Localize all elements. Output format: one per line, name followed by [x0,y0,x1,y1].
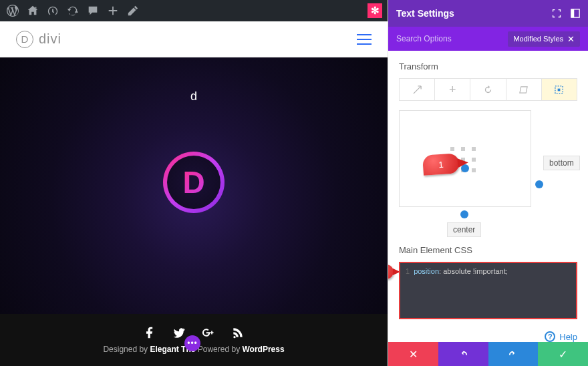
save-button[interactable]: ✓ [538,342,588,366]
home-icon[interactable] [23,0,43,21]
panel-body: Transform + center bottom 1 Main Element… [388,51,588,322]
search-bar: Search Options Modified Styles ✕ [388,27,588,51]
panel-header: Text Settings [388,0,588,27]
css-line: 1position: absolute !important; [406,267,571,275]
filter-chip-close-icon[interactable]: ✕ [567,34,575,44]
gauge-icon[interactable] [43,0,63,21]
wp-logo-icon[interactable] [3,0,23,21]
divi-badge-letter: D [182,164,204,200]
svg-rect-3 [558,88,561,91]
refresh-icon[interactable] [63,0,83,21]
transform-origin-control[interactable]: center bottom 1 [399,110,577,237]
help-icon: ? [545,331,555,342]
origin-slider-v-thumb[interactable] [535,180,543,188]
help-link[interactable]: ? Help [388,322,588,342]
builder-toggle-button[interactable]: ••• [184,335,200,351]
transform-tab-skew[interactable] [506,79,542,100]
annotation-pointer-1: 1 [422,153,460,176]
panel-title: Text Settings [396,8,454,19]
site-header: D divi [0,21,388,57]
transform-tab-rotate[interactable] [470,79,506,100]
expand-icon[interactable] [571,9,580,18]
annotation-pointer-2: 2 [388,264,394,279]
preview-text: d [190,89,197,104]
origin-label-center: center [447,222,481,237]
css-label: Main Element CSS [399,245,577,255]
logo-text: divi [39,31,61,47]
origin-slider-h-thumb[interactable] [460,210,468,218]
logo-circle: D [16,31,33,48]
filter-chip[interactable]: Modified Styles ✕ [508,31,580,47]
google-plus-icon[interactable] [202,326,215,339]
pencil-icon[interactable] [123,0,143,21]
site-logo[interactable]: D divi [16,31,61,48]
rss-icon[interactable] [231,326,245,339]
divi-badge: D [163,152,225,213]
transform-tab-move[interactable] [400,79,435,100]
origin-label-bottom: bottom [543,156,580,170]
wp-admin-bar: ✻ [0,0,388,21]
css-editor[interactable]: 1position: absolute !important; [399,262,577,319]
svg-rect-1 [571,9,574,17]
focus-icon[interactable] [552,9,561,18]
discard-button[interactable]: ✕ [388,342,438,366]
transform-tabs: + [399,78,577,101]
transform-tab-offset[interactable]: + [435,79,470,100]
plus-icon[interactable] [103,0,123,21]
hamburger-menu-icon[interactable] [357,34,372,45]
star-badge[interactable]: ✻ [368,3,382,18]
facebook-icon[interactable] [143,326,156,339]
preview-panel: ✻ D divi d D Designed by Elegant The Pow… [0,0,388,366]
twitter-icon[interactable] [172,326,186,339]
panel-actions: ✕ ✓ [388,342,588,366]
undo-button[interactable] [438,342,488,366]
transform-label: Transform [399,61,577,71]
redo-button[interactable] [488,342,539,366]
site-footer: Designed by Elegant The Powered by WordP… [0,314,388,366]
page-preview[interactable]: d D [0,57,388,314]
search-placeholder[interactable]: Search Options [396,34,452,43]
transform-tab-origin[interactable] [542,79,577,100]
settings-panel: Text Settings Search Options Modified St… [388,0,588,366]
comment-icon[interactable] [83,0,103,21]
